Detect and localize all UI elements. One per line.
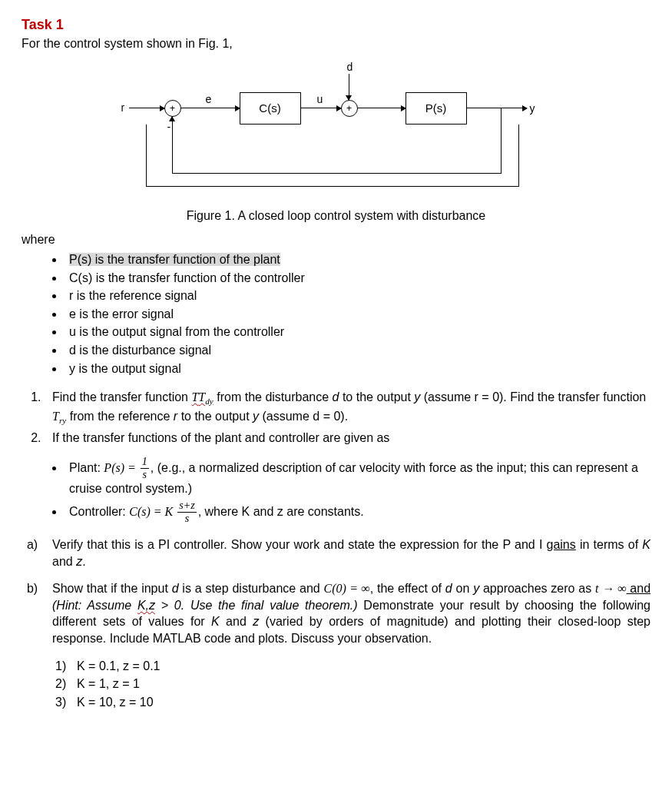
plant-block: P(s)	[406, 92, 467, 125]
part-a: Verify that this is a PI controller. Sho…	[45, 536, 650, 569]
part-b: Show that if the input d is a step distu…	[45, 580, 650, 646]
numbered-tasks: Find the transfer function TTdyTdy from …	[22, 389, 650, 446]
case-3: K = 10, z = 10	[55, 694, 650, 711]
case-2: K = 1, z = 1	[55, 676, 650, 692]
label-d: d	[347, 60, 353, 75]
intro-text: For the control system shown in Fig. 1,	[22, 35, 650, 52]
controller-block: C(s)	[240, 92, 301, 125]
def-y: y is the output signal	[65, 360, 650, 377]
definitions-list: P(s) is the transfer function of the pla…	[22, 251, 650, 377]
block-diagram: r + - e C(s) u + d P(s) y	[121, 63, 551, 201]
task-item-1: Find the transfer function TTdyTdy from …	[45, 389, 650, 427]
def-e: e is the error signal	[65, 306, 650, 323]
label-y: y	[530, 101, 535, 116]
figure-caption: Figure 1. A closed loop control system w…	[22, 208, 650, 224]
def-d: d is the disturbance signal	[65, 342, 650, 359]
plant-def: Plant: P(s) = 1s, (e.g., a normalized de…	[65, 457, 650, 497]
def-plant: P(s) is the transfer function of the pla…	[69, 253, 280, 266]
lettered-parts: Verify that this is a PI controller. Sho…	[22, 536, 650, 647]
where-label: where	[22, 231, 650, 248]
label-u: u	[317, 92, 323, 107]
case-1: K = 0.1, z = 0.1	[55, 658, 650, 675]
kz-cases: K = 0.1, z = 0.1 K = 1, z = 1 K = 10, z …	[22, 658, 650, 711]
def-u: u is the output signal from the controll…	[65, 324, 650, 340]
label-e: e	[206, 92, 212, 107]
task-item-2: If the transfer functions of the plant a…	[45, 430, 650, 447]
summing-junction-1: +	[164, 100, 181, 117]
task-title: Task 1	[22, 15, 650, 34]
def-controller: C(s) is the transfer function of the con…	[65, 270, 650, 287]
label-r: r	[121, 101, 125, 115]
def-r: r is the reference signal	[65, 287, 650, 304]
controller-def: Controller: C(s) = K s+zs, where K and z…	[65, 500, 650, 524]
given-list: Plant: P(s) = 1s, (e.g., a normalized de…	[22, 457, 650, 524]
summing-junction-2: +	[341, 100, 358, 117]
